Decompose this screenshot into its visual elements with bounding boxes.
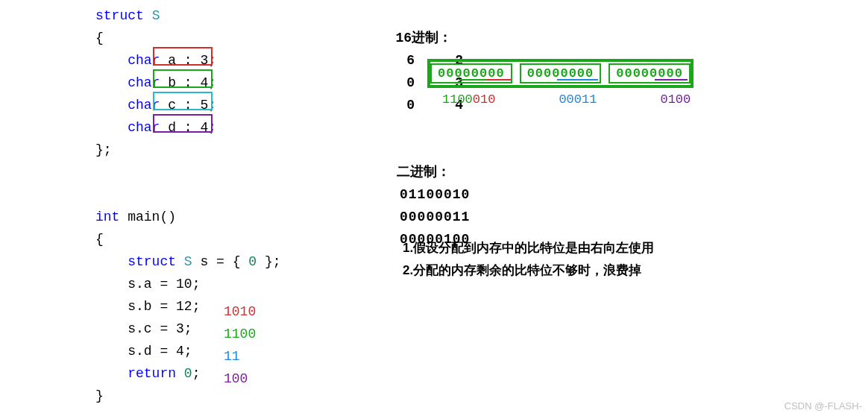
memory-diagram: 16进制： 62 03 04 二进制： 01100010 00000011 00… [354,4,483,273]
hex-d4: 0 [386,94,435,116]
below-2: 0100 [660,92,691,107]
note-c: 11 [224,349,240,364]
box-b [153,69,213,88]
hex-label: 16进制： [386,27,461,49]
box-c [153,92,213,110]
assign-c: s.c = 3; [128,321,192,336]
kw-int: int [95,209,119,224]
open-brace2: { [95,228,281,250]
note-1: 1.假设分配到内存中的比特位是由右向左使用 [403,237,654,259]
zero-lit: 0 [248,254,257,269]
decl-var: s = { [200,254,248,269]
open-brace: { [95,27,281,49]
bin-b0: 01100010 [386,183,483,206]
below-bytes: 1100010 00011 0100 [442,92,691,107]
note-b: 1100 [224,327,256,341]
main-paren: () [160,209,176,224]
memory-bytes-box: 00000000 00000000 00000000 [427,59,694,88]
watermark: CSDN @-FLASH- [784,400,862,412]
note-a: 1010 [224,304,256,319]
bin-b1: 00000011 [386,206,483,228]
assign-b: s.b = 12; [128,299,200,314]
bin-label: 二进制： [386,161,461,183]
kw-return: return [128,366,176,381]
note-d: 100 [224,371,248,386]
close-brace: }; [95,139,281,161]
main-name: main [128,209,160,224]
notes: 1.假设分配到内存中的比特位是由右向左使用 2.分配的内存剩余的比特位不够时，浪… [403,237,654,282]
byte-cell-0: 00000000 [430,63,512,83]
below-0: 1100010 [442,92,495,107]
ty-s: S [184,254,192,269]
assign-a: s.a = 10; [128,277,200,291]
underline-b2-purple [655,79,688,81]
byte-cell-1: 00000000 [520,63,602,83]
return-val: 0 [184,366,192,381]
close-brace2: } [95,385,281,407]
kw-struct2: struct [128,254,176,269]
underline-b1-blue [557,79,598,81]
underline-b0-red [486,79,511,81]
assign-d: s.d = 4; [128,344,192,359]
kw-struct: struct [95,8,144,23]
decl-end: }; [257,254,280,269]
note-2: 2.分配的内存剩余的比特位不够时，浪费掉 [403,259,654,282]
box-d [153,114,213,133]
below-1: 00011 [559,92,597,107]
struct-name: S [152,8,160,23]
byte-cell-2: 00000000 [608,63,691,83]
semi: ; [192,366,201,381]
box-a [153,47,213,66]
